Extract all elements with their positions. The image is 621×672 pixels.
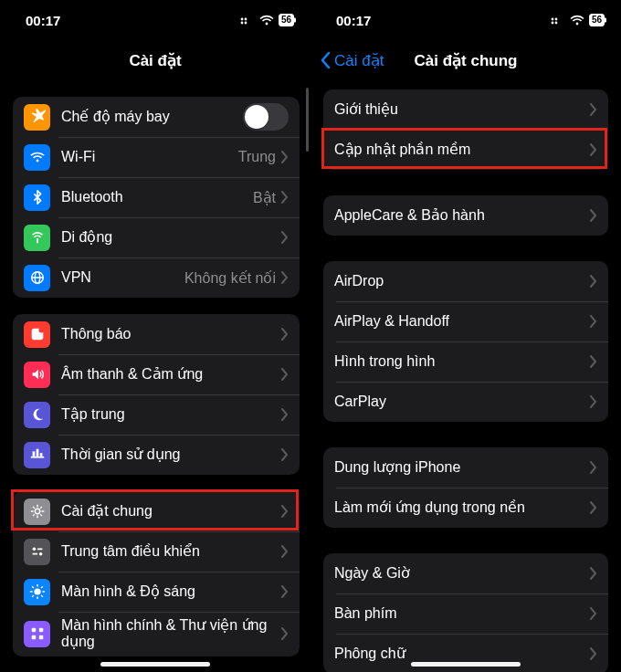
settings-row[interactable]: Màn hình chính & Thư viện ứng dụng [13,612,300,656]
settings-row[interactable]: Wi-FiTrung [13,137,300,177]
svg-line-38 [41,586,43,588]
svg-point-3 [244,18,247,21]
row-label: Cài đặt chung [61,503,281,520]
svg-line-36 [41,595,43,597]
settings-row[interactable]: Thời gian sử dụng [13,435,300,475]
toggle-switch[interactable] [243,103,289,131]
chevron-right-icon [590,315,597,328]
settings-row[interactable]: Dung lượng iPhone [323,447,608,488]
status-bar: 00:17 56 [310,0,621,40]
battery-icon: 56 [589,14,605,26]
chevron-right-icon [281,328,289,341]
row-value: Trung [238,149,276,165]
svg-rect-41 [31,635,36,640]
svg-line-25 [40,507,42,509]
svg-rect-40 [38,628,43,633]
row-label: Bluetooth [61,189,253,205]
row-label: Giới thiệu [334,101,590,118]
row-label: AirDrop [334,273,590,289]
wifi-status-icon [570,15,584,26]
settings-row[interactable]: VPNKhông kết nối [13,257,300,298]
row-label: VPN [61,269,184,286]
scrollbar[interactable] [306,88,309,152]
row-label: Cập nhật phần mềm [334,142,590,158]
wifi-status-icon [259,15,274,26]
notifications-icon [24,321,50,348]
chevron-right-icon [281,585,289,598]
svg-point-0 [240,22,243,25]
chevron-right-icon [590,607,597,620]
chevron-right-icon [590,567,597,580]
home-indicator[interactable] [100,662,210,667]
svg-point-2 [240,18,243,21]
row-value: Không kết nối [184,269,276,287]
settings-row[interactable]: Trung tâm điều khiển [13,531,300,572]
vpn-icon [24,265,50,291]
focus-icon [24,402,50,428]
svg-line-35 [32,586,34,588]
svg-point-45 [551,18,553,21]
svg-point-1 [244,22,247,25]
settings-row[interactable]: Bàn phím [323,593,608,634]
svg-point-26 [32,548,36,551]
svg-point-44 [554,22,557,25]
settings-row[interactable]: Di động [13,217,300,257]
nav-title: Cài đặt [129,51,181,70]
row-label: AirPlay & Handoff [334,313,590,330]
homescreen-icon [24,621,50,647]
settings-group: Chế độ máy bayWi-FiTrungBluetoothBậtDi đ… [13,97,300,298]
svg-rect-42 [38,635,43,640]
chevron-right-icon [281,271,289,284]
bluetooth-icon [24,184,50,211]
row-label: Dung lượng iPhone [334,459,590,476]
settings-row[interactable]: Cài đặt chung [13,491,300,531]
settings-row[interactable]: Màn hình & Độ sáng [13,572,300,612]
settings-row[interactable]: CarPlay [323,382,608,422]
svg-point-28 [38,552,42,556]
settings-group: Giới thiệuCập nhật phần mềm [323,89,608,170]
back-button[interactable]: Cài đặt [320,40,384,80]
row-label: Bàn phím [334,605,590,622]
svg-rect-15 [36,449,38,457]
status-time: 00:17 [336,13,371,28]
settings-row[interactable]: Âm thanh & Cảm ứng [13,354,300,394]
nav-bar: Cài đặt Cài đặt chung [310,40,621,80]
settings-row[interactable]: Ngày & Giờ [323,553,608,593]
chevron-right-icon [590,103,597,116]
row-label: Ngày & Giờ [334,565,590,582]
chevron-right-icon [590,501,597,514]
settings-row[interactable]: Hình trong hình [323,341,608,382]
settings-group: Cài đặt chungTrung tâm điều khiểnMàn hìn… [13,491,300,656]
settings-row[interactable]: Làm mới ứng dụng trong nền [323,488,608,528]
row-label: Làm mới ứng dụng trong nền [334,499,590,516]
settings-row[interactable]: AirPlay & Handoff [323,301,608,341]
settings-row[interactable]: Cập nhật phần mềm [323,130,608,170]
chevron-right-icon [590,355,597,368]
settings-row[interactable]: Thông báo [13,314,300,354]
airplane-icon [24,104,50,131]
row-label: CarPlay [334,394,590,410]
row-label: Âm thanh & Cảm ứng [61,366,281,383]
settings-group: Thông báoÂm thanh & Cảm ứngTập trungThời… [13,314,300,475]
battery-icon: 56 [279,14,294,26]
chevron-right-icon [281,368,289,381]
settings-row[interactable]: AppleCare & Bảo hành [323,195,608,236]
settings-row[interactable]: Tập trung [13,394,300,435]
settings-row[interactable]: BluetoothBật [13,177,300,217]
svg-rect-6 [37,238,38,243]
row-value: Bật [253,189,276,206]
nav-bar: Cài đặt [0,40,310,80]
row-label: Trung tâm điều khiển [61,543,281,560]
chevron-right-icon [281,448,289,461]
row-label: Thông báo [61,326,281,342]
svg-point-5 [36,160,38,163]
svg-rect-13 [30,457,43,458]
home-indicator[interactable] [411,662,521,667]
chevron-right-icon [281,505,289,518]
settings-row[interactable]: Chế độ máy bay [13,97,300,137]
svg-point-47 [575,23,578,26]
chevron-right-icon [281,627,289,640]
settings-row[interactable]: Giới thiệu [323,89,608,130]
row-label: Wi-Fi [61,149,238,165]
settings-row[interactable]: AirDrop [323,261,608,301]
